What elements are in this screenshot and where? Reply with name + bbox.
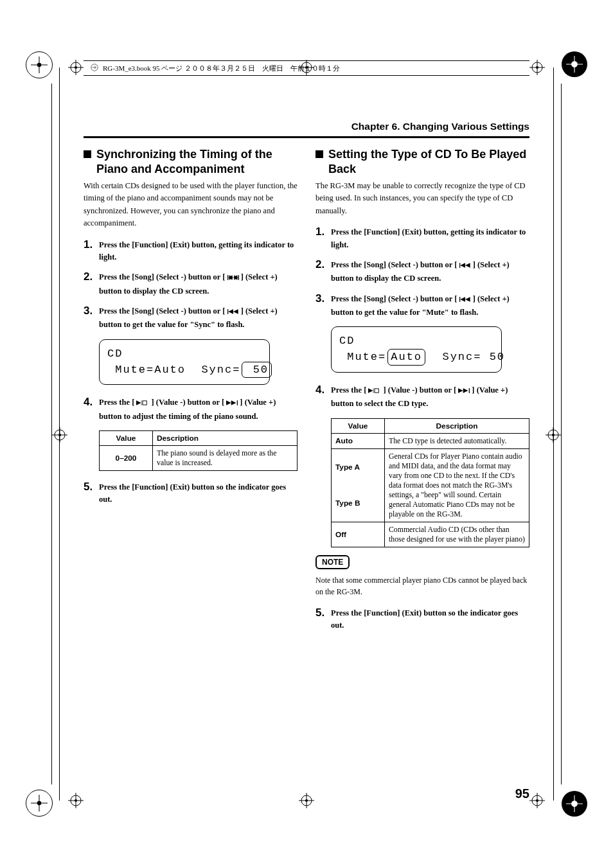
th-value: Value (100, 431, 153, 446)
lcd-line1: CD (107, 346, 262, 362)
lcd-boxed-value: Auto (387, 349, 425, 366)
left-step-3: Press the [Song] (Select -) button or [ … (84, 305, 298, 332)
td-value: 0–200 (100, 446, 153, 471)
left-steps-end: Press the [Function] (Exit) button so th… (84, 481, 298, 506)
td-value-off: Off (332, 522, 385, 547)
left-step-1: Press the [Function] (Exit) button, gett… (84, 239, 298, 264)
th-desc: Description (153, 431, 298, 446)
right-steps-end: Press the [Function] (Exit) button so th… (315, 607, 529, 632)
left-steps: Press the [Function] (Exit) button, gett… (84, 239, 298, 332)
svg-marker-42 (368, 388, 373, 393)
left-lcd: CD Mute=Auto Sync= 50 (99, 339, 270, 385)
header-arrow-icon (90, 63, 99, 73)
right-value-table: Value Description Auto The CD type is de… (331, 418, 529, 547)
right-column: Setting the Type of CD To Be Played Back… (315, 147, 529, 640)
right-step-4: Press the [ ] (Value -) button or [ ] (V… (315, 384, 529, 411)
lcd-line2: Mute=Auto Sync= 50 (107, 362, 262, 378)
svg-marker-37 (465, 263, 470, 268)
svg-marker-28 (233, 309, 238, 314)
right-step-5: Press the [Function] (Exit) button so th… (315, 607, 529, 632)
left-step-4: Press the [ ] (Value -) button or [ ] (V… (84, 396, 298, 423)
svg-marker-30 (136, 401, 141, 406)
svg-marker-46 (463, 388, 468, 393)
td-desc: The piano sound is delayed more as the v… (153, 446, 298, 471)
svg-rect-21 (227, 275, 228, 280)
svg-rect-36 (459, 263, 460, 268)
right-steps-cont: Press the [ ] (Value -) button or [ ] (V… (315, 384, 529, 411)
play-stop-icon (368, 385, 381, 398)
th-value: Value (332, 418, 385, 433)
prev-icon (459, 260, 471, 272)
right-steps: Press the [Function] (Exit) button, gett… (315, 226, 529, 319)
running-header-text: RG-3M_e3.book 95 ページ ２００８年３月２５日 火曜日 午前１０… (103, 64, 340, 73)
chapter-rule (84, 136, 529, 138)
lcd-line1: CD (339, 333, 493, 349)
trim-line-right (561, 84, 562, 784)
td-desc-type: General CDs for Player Piano contain aud… (385, 448, 529, 522)
right-step-3: Press the [Song] (Select -) button or [ … (315, 293, 529, 319)
crop-mark-br (562, 791, 587, 817)
svg-rect-27 (227, 309, 228, 314)
prev-icon (227, 306, 239, 319)
left-column: Synchronizing the Timing of the Piano an… (84, 147, 298, 640)
left-step-5: Press the [Function] (Exit) button so th… (84, 481, 298, 506)
chapter-title: Chapter 6. Changing Various Settings (76, 121, 537, 136)
trim-line-right-inner (553, 67, 554, 801)
left-step-2: Press the [Song] (Select -) button or [ … (84, 271, 298, 297)
left-heading-text: Synchronizing the Timing of the Piano an… (96, 147, 298, 176)
crop-mark-bl (26, 790, 53, 817)
running-header: RG-3M_e3.book 95 ページ ２００８年３月２５日 火曜日 午前１０… (84, 60, 529, 76)
right-heading-text: Setting the Type of CD To Be Played Back (328, 147, 529, 176)
trim-line-left (51, 84, 52, 784)
prev-icon (459, 294, 471, 306)
next-icon (458, 385, 470, 398)
svg-rect-39 (459, 297, 460, 302)
svg-rect-43 (375, 389, 378, 393)
crop-mark-tr (562, 51, 587, 77)
right-step-1: Press the [Function] (Exit) button, gett… (315, 226, 529, 251)
prev-icon (227, 272, 239, 285)
right-step-2: Press the [Song] (Select -) button or [ … (315, 259, 529, 285)
svg-marker-38 (460, 263, 465, 268)
next-icon (226, 398, 238, 410)
right-intro: The RG-3M may be unable to correctly rec… (315, 180, 529, 217)
svg-marker-40 (465, 297, 470, 302)
trim-line-left-inner (59, 67, 60, 801)
play-stop-icon (136, 398, 149, 410)
td-desc-auto: The CD type is detected automatically. (385, 433, 529, 448)
td-value-typea: Type A (332, 448, 385, 485)
lcd-boxed-value: 50 (242, 362, 272, 378)
left-intro: With certain CDs designed to be used wit… (84, 180, 298, 230)
right-heading: Setting the Type of CD To Be Played Back (315, 147, 529, 176)
td-value-typeb: Type B (332, 485, 385, 522)
svg-marker-41 (460, 297, 465, 302)
th-desc: Description (385, 418, 529, 433)
svg-marker-26 (228, 275, 232, 280)
svg-marker-33 (226, 400, 231, 405)
left-heading: Synchronizing the Timing of the Piano an… (84, 147, 298, 176)
left-value-table: Value Description 0–200 The piano sound … (99, 430, 298, 471)
square-bullet-icon (315, 150, 323, 158)
svg-marker-45 (458, 388, 463, 393)
note-label: NOTE (315, 555, 350, 569)
page-content: RG-3M_e3.book 95 ページ ２００８年３月２５日 火曜日 午前１０… (76, 60, 537, 808)
note-text: Note that some commercial player piano C… (315, 574, 529, 598)
svg-marker-34 (231, 400, 236, 405)
td-value-auto: Auto (332, 433, 385, 448)
svg-marker-29 (228, 309, 233, 314)
left-steps-cont: Press the [ ] (Value -) button or [ ] (V… (84, 396, 298, 423)
svg-marker-25 (233, 275, 237, 280)
reg-mark-left (52, 427, 67, 443)
square-bullet-icon (84, 150, 91, 158)
crop-mark-tl (26, 51, 53, 78)
svg-rect-31 (143, 401, 147, 405)
lcd-line2: Mute=Auto Sync= 50 (339, 349, 493, 366)
right-lcd: CD Mute=Auto Sync= 50 (331, 326, 502, 373)
page-number: 95 (515, 786, 529, 801)
td-desc-off: Commercial Audio CD (CDs other than thos… (385, 522, 529, 547)
